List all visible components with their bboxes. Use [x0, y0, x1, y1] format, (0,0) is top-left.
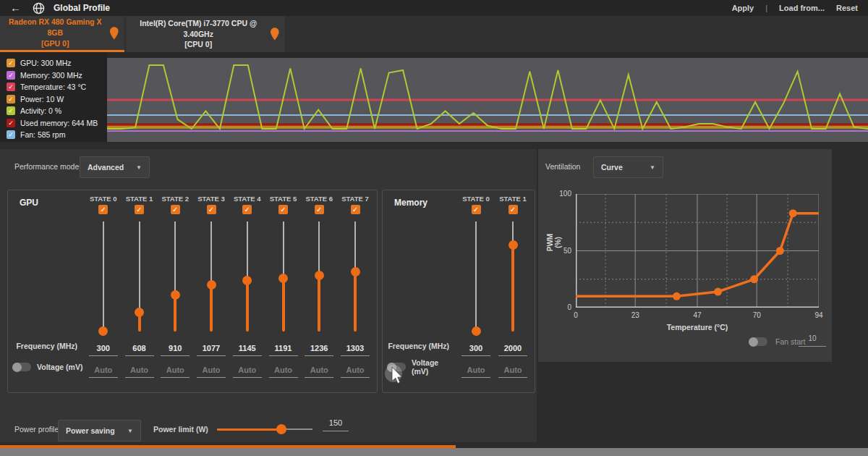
tab-gpu-radeon-rx-480[interactable]: Radeon RX 480 Gaming X 8GB[GPU 0]	[0, 16, 124, 52]
state-column: STATE 4✓1145Auto	[230, 195, 265, 378]
frequency-slider[interactable]	[350, 217, 360, 336]
power-profile-dropdown[interactable]: Power saving ▼	[58, 420, 141, 442]
legend-item[interactable]: ✓Activity: 0 %	[7, 105, 107, 117]
ventilation-panel: Ventilation Curve ▼ PWM (%) 050100023477…	[538, 149, 832, 362]
frequency-value[interactable]: 910	[161, 344, 190, 356]
frequency-value[interactable]: 1145	[233, 344, 262, 356]
slider-track[interactable]	[103, 221, 104, 332]
voltage-value[interactable]: Auto	[461, 366, 490, 378]
fan-start-toggle[interactable]	[749, 337, 767, 346]
frequency-value[interactable]: 1077	[197, 344, 226, 356]
legend-checkbox[interactable]: ✓	[7, 130, 15, 139]
legend-item[interactable]: ✓Used memory: 644 MB	[7, 117, 107, 130]
legend-checkbox[interactable]: ✓	[7, 106, 15, 115]
frequency-value[interactable]: 1191	[269, 344, 298, 356]
legend-item[interactable]: ✓Fan: 585 rpm	[7, 129, 107, 141]
voltage-value[interactable]: Auto	[233, 366, 262, 378]
voltage-toggle[interactable]	[12, 363, 31, 371]
back-icon[interactable]: ←	[10, 1, 21, 15]
legend-item[interactable]: ✓Temperature: 43 °C	[7, 81, 107, 93]
ventilation-mode-dropdown[interactable]: Curve ▼	[593, 156, 663, 178]
performance-mode-dropdown[interactable]: Advanced ▼	[80, 156, 150, 178]
pin-icon	[110, 26, 119, 41]
slider-knob[interactable]	[509, 240, 518, 250]
slider-track[interactable]	[475, 221, 477, 332]
frequency-value[interactable]: 2000	[498, 344, 527, 356]
frequency-slider[interactable]	[170, 217, 180, 336]
fan-curve-chart[interactable]	[576, 194, 819, 308]
slider-knob[interactable]	[472, 326, 481, 336]
state-name-label: STATE 0	[462, 195, 490, 205]
slider-knob[interactable]	[207, 280, 216, 290]
voltage-value[interactable]: Auto	[197, 366, 226, 378]
fan-curve-point[interactable]	[776, 247, 784, 255]
tab-cpu-intel-i7-3770[interactable]: Intel(R) Core(TM) i7-3770 CPU @ 3.40GHz[…	[126, 16, 285, 52]
legend-item[interactable]: ✓Memory: 300 MHz	[7, 69, 107, 82]
frequency-slider[interactable]	[278, 217, 289, 336]
reset-button[interactable]: Reset	[836, 4, 858, 12]
frequency-slider[interactable]	[471, 217, 481, 336]
frequency-slider[interactable]	[206, 217, 216, 336]
voltage-value[interactable]: Auto	[125, 366, 154, 378]
frequency-slider[interactable]	[98, 217, 109, 336]
state-checkbox[interactable]: ✓	[98, 205, 108, 214]
fan-curve-point[interactable]	[714, 288, 722, 296]
fan-curve-point[interactable]	[673, 292, 681, 300]
legend-checkbox[interactable]: ✓	[7, 95, 15, 104]
toggle-knob[interactable]	[387, 363, 396, 372]
voltage-value[interactable]: Auto	[89, 366, 118, 378]
frequency-value[interactable]: 300	[461, 344, 490, 356]
frequency-value[interactable]: 1236	[305, 344, 333, 356]
legend-checkbox[interactable]: ✓	[7, 119, 15, 127]
frequency-value[interactable]: 300	[89, 344, 118, 356]
state-checkbox[interactable]: ✓	[278, 205, 288, 214]
frequency-slider[interactable]	[508, 217, 518, 336]
legend-item[interactable]: ✓Power: 10 W	[7, 93, 107, 106]
voltage-value[interactable]: Auto	[161, 366, 190, 378]
slider-knob[interactable]	[98, 326, 108, 336]
slider-knob[interactable]	[278, 274, 288, 283]
legend-checkbox[interactable]: ✓	[7, 71, 15, 80]
slider-knob[interactable]	[351, 267, 360, 276]
fan-curve-point[interactable]	[789, 209, 797, 217]
power-limit-slider[interactable]	[217, 424, 312, 434]
frequency-slider[interactable]	[242, 217, 252, 336]
toggle-knob[interactable]	[12, 363, 22, 372]
load-from-button[interactable]: Load from...	[779, 4, 825, 12]
slider-knob[interactable]	[276, 424, 286, 434]
legend-checkbox[interactable]: ✓	[7, 59, 15, 67]
slider-fill	[318, 271, 320, 332]
state-checkbox[interactable]: ✓	[315, 205, 324, 214]
legend-item[interactable]: ✓GPU: 300 MHz	[7, 57, 107, 69]
state-checkbox[interactable]: ✓	[171, 205, 180, 214]
fan-curve-point[interactable]	[750, 275, 758, 283]
slider-knob[interactable]	[315, 271, 324, 280]
voltage-toggle[interactable]	[387, 363, 406, 371]
fan-start-value[interactable]: 10	[799, 334, 826, 347]
state-checkbox[interactable]: ✓	[351, 205, 360, 214]
power-limit-value[interactable]: 150	[323, 418, 349, 431]
state-name-label: STATE 2	[161, 195, 189, 205]
slider-knob[interactable]	[171, 290, 180, 300]
toggle-knob[interactable]	[749, 337, 758, 347]
slider-knob[interactable]	[242, 276, 252, 285]
frequency-value[interactable]: 608	[125, 344, 154, 356]
apply-button[interactable]: Apply	[732, 4, 754, 12]
legend-checkbox[interactable]: ✓	[7, 83, 15, 91]
state-checkbox[interactable]: ✓	[207, 205, 216, 214]
frequency-value[interactable]: 1303	[341, 344, 370, 356]
legend-item-label: Power: 10 W	[20, 95, 64, 104]
bottom-scrollbar-track[interactable]	[0, 448, 868, 456]
state-checkbox[interactable]: ✓	[472, 205, 481, 214]
voltage-value[interactable]: Auto	[305, 366, 333, 378]
voltage-value[interactable]: Auto	[498, 366, 527, 378]
state-checkbox[interactable]: ✓	[242, 205, 252, 214]
frequency-slider[interactable]	[314, 217, 324, 336]
state-checkbox[interactable]: ✓	[509, 205, 518, 214]
state-checkbox[interactable]: ✓	[135, 205, 144, 214]
frequency-slider[interactable]	[135, 217, 145, 336]
voltage-value[interactable]: Auto	[341, 366, 370, 378]
slider-knob[interactable]	[135, 308, 144, 317]
state-checkbox-row: ✓	[351, 205, 360, 217]
voltage-value[interactable]: Auto	[269, 366, 298, 378]
